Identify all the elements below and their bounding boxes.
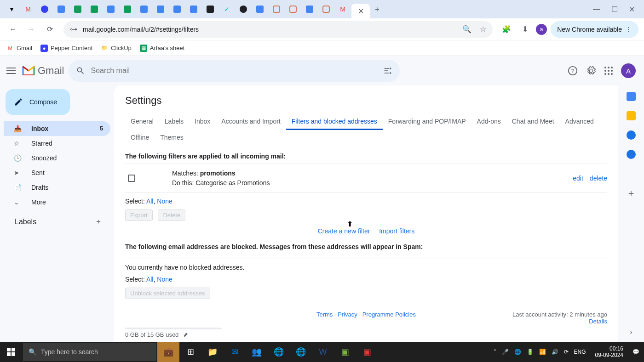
nav-sent[interactable]: ➤Sent [4,165,110,180]
tab-gmail[interactable]: M [20,3,36,16]
tab-offline[interactable]: Offline [125,130,155,145]
tab-19[interactable] [318,3,334,16]
zoom-icon[interactable]: 🔍 [462,25,472,34]
tab-5[interactable] [86,3,102,16]
add-label-button[interactable]: ＋ [95,217,102,226]
blocked-select-none[interactable]: None [157,276,172,283]
tab-advanced[interactable]: Advanced [560,114,599,130]
keep-icon[interactable] [627,111,636,120]
taskbar-explorer[interactable]: 📁 [201,342,224,362]
bookmark-pepper[interactable]: ●Pepper Content [40,45,92,52]
tab-14[interactable] [236,3,251,16]
open-storage-icon[interactable]: ⬈ [183,331,188,338]
taskbar-outlook[interactable]: ✉ [224,342,246,362]
nav-more[interactable]: ⌄More [4,195,110,209]
taskbar-search[interactable]: 🔍 Type here to search [23,343,156,361]
tab-6[interactable] [103,3,119,16]
settings-gear-icon[interactable] [586,66,596,76]
search-input[interactable] [91,67,383,75]
minimize-button[interactable]: — [593,5,600,14]
tray-notifications-icon[interactable]: 💬 [632,349,639,355]
tab-12[interactable] [202,3,218,16]
select-none-link[interactable]: None [157,198,172,205]
taskbar-teams[interactable]: 👥 [246,342,268,362]
tab-filters[interactable]: Filters and blocked addresses [286,114,383,130]
search-bar[interactable] [69,60,400,82]
tray-wifi-icon[interactable]: 📶 [539,349,546,355]
taskbar-chrome2[interactable]: 🌐 [290,342,312,362]
filter-delete-link[interactable]: delete [590,175,607,182]
tab-addons[interactable]: Add-ons [472,114,506,130]
tasks-icon[interactable] [627,130,636,140]
new-tab-button[interactable]: ＋ [371,3,384,16]
extensions-icon[interactable]: 🧩 [499,22,514,37]
browser-profile[interactable]: a [536,24,547,35]
tab-dropdown[interactable]: ▾ [4,3,19,16]
terms-link[interactable]: Terms [316,311,333,318]
taskbar-taskview[interactable]: ⊞ [179,342,201,362]
close-icon[interactable]: ✕ [358,7,364,16]
tab-forwarding[interactable]: Forwarding and POP/IMAP [383,114,472,130]
taskbar-camtasia[interactable]: ▣ [334,342,356,362]
add-addon-button[interactable]: ＋ [627,187,636,199]
tray-battery-icon[interactable]: 🔋 [527,349,534,355]
blocked-select-all[interactable]: All [146,276,154,283]
start-button[interactable] [0,342,22,362]
downloads-icon[interactable]: ⬇ [518,22,532,37]
tab-2[interactable] [37,3,52,16]
tray-volume-icon[interactable]: 🔊 [552,349,558,355]
tab-general[interactable]: General [125,114,159,130]
privacy-link[interactable]: Privacy [338,311,357,318]
calendar-icon[interactable] [627,92,636,101]
tab-labels[interactable]: Labels [159,114,189,130]
create-filter-link[interactable]: Create a new filter [318,227,370,235]
maximize-button[interactable]: ☐ [611,5,618,14]
policies-link[interactable]: Programme Policies [362,311,416,318]
tab-17[interactable] [285,3,301,16]
tab-3[interactable] [53,3,69,16]
forward-button[interactable]: → [24,22,39,37]
nav-drafts[interactable]: 📄Drafts [4,180,110,195]
filter-edit-link[interactable]: edit [573,175,583,182]
taskbar-briefcase[interactable]: 💼 [157,342,179,362]
taskbar-chrome1[interactable]: 🌐 [268,342,290,362]
tab-accounts[interactable]: Accounts and Import [216,114,286,130]
bookmark-arfaa[interactable]: ▦Arfaa's sheet [140,45,184,52]
tray-sync-icon[interactable]: ⟳ [564,349,569,355]
tray-datetime[interactable]: 00:16 09-09-2024 [592,345,627,359]
tab-8[interactable] [136,3,152,16]
nav-snoozed[interactable]: 🕒Snoozed [4,151,110,165]
tray-mic-icon[interactable]: 🎤 [502,349,509,355]
nav-inbox[interactable]: 📥 Inbox 5 [4,121,110,136]
back-button[interactable]: ← [6,22,20,37]
taskbar-word[interactable]: W [312,342,334,362]
tray-lang[interactable]: ENG [574,349,586,355]
export-button[interactable]: Export [125,209,153,221]
unblock-button[interactable]: Unblock selected addresses [125,288,210,299]
tab-15[interactable] [252,3,268,16]
tab-16[interactable] [269,3,284,16]
taskbar-app[interactable]: ▣ [356,342,378,362]
tray-chevron[interactable]: ˄ [494,349,496,355]
bookmark-star-icon[interactable]: ☆ [480,25,486,34]
search-options-icon[interactable] [383,66,392,75]
main-menu-button[interactable] [0,60,22,82]
compose-button[interactable]: Compose [6,89,70,115]
collapse-side-panel[interactable]: › [630,328,632,336]
tab-inbox[interactable]: Inbox [189,114,216,130]
account-avatar[interactable]: A [621,63,636,78]
details-link[interactable]: Details [589,318,607,325]
site-info-icon[interactable]: ⊶ [70,25,77,34]
bookmark-gmail[interactable]: MGmail [6,45,32,52]
tab-7[interactable] [120,3,135,16]
delete-filters-button[interactable]: Delete [158,209,185,221]
tray-globe-icon[interactable]: 🌐 [514,349,521,355]
tab-10[interactable] [169,3,185,16]
tab-20[interactable]: M [335,3,351,16]
tab-themes[interactable]: Themes [155,130,189,145]
tab-4[interactable] [70,3,86,16]
support-icon[interactable]: ? [568,66,578,76]
gmail-logo[interactable]: Gmail [22,65,64,77]
tab-9[interactable] [153,3,168,16]
tab-chat[interactable]: Chat and Meet [506,114,560,130]
